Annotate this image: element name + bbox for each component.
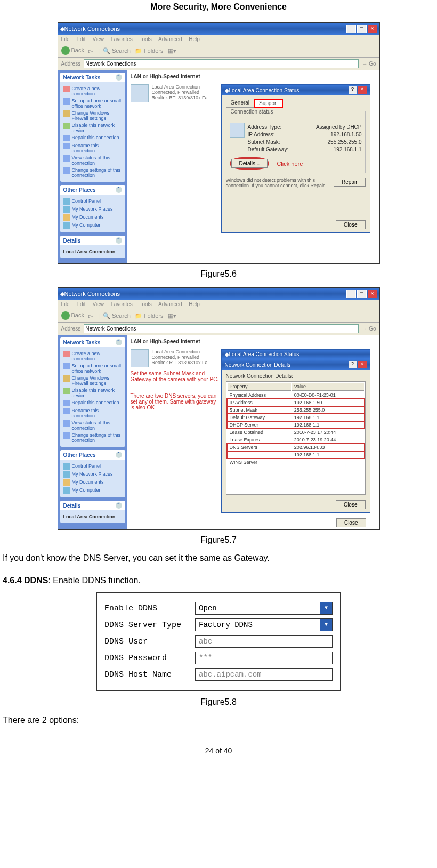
ddns-form: Enable DDNSOpen DDNS Server TypeFactory … <box>96 592 341 691</box>
collapse-icon[interactable]: ⌃ <box>116 237 122 244</box>
collapse-icon[interactable]: ⌃ <box>116 339 122 345</box>
kv-val: 192.168.1.1 <box>334 147 362 152</box>
task-item[interactable]: Change Windows Firewall settings <box>63 110 122 121</box>
figure-caption: Figure5.6 <box>3 269 434 279</box>
task-item[interactable]: Set up a home or small office network <box>63 98 122 109</box>
connection-name: Local Area Connection <box>152 349 212 355</box>
back-button[interactable]: Back <box>61 311 84 320</box>
kv-key: Address Type: <box>248 124 282 130</box>
kv-val: 192.168.1.50 <box>330 132 361 138</box>
forward-button[interactable]: ▻ <box>88 47 93 54</box>
task-item[interactable]: Rename this connection <box>63 408 122 419</box>
details-button[interactable]: Details... <box>231 159 268 168</box>
menu-tools[interactable]: Tools <box>139 301 151 307</box>
address-input[interactable] <box>84 59 359 68</box>
details-header: Details <box>63 238 81 244</box>
menu-help[interactable]: Help <box>189 36 200 42</box>
outer-close-button[interactable]: Close <box>336 518 366 527</box>
task-item[interactable]: Create a new connection <box>63 86 122 97</box>
tab-support[interactable]: Support <box>254 99 283 108</box>
options-intro-text: There are 2 options: <box>3 716 434 725</box>
menu-edit[interactable]: Edit <box>76 301 85 307</box>
address-input[interactable] <box>84 324 359 333</box>
menu-favorites[interactable]: Favorites <box>111 36 133 42</box>
connection-item[interactable]: Local Area Connection Connected, Firewal… <box>131 84 221 233</box>
close-button[interactable]: Close <box>336 220 366 229</box>
search-button[interactable]: 🔍 Search <box>103 47 131 54</box>
views-button[interactable]: ▦▾ <box>168 312 176 319</box>
views-button[interactable]: ▦▾ <box>168 47 176 54</box>
collapse-icon[interactable]: ⌃ <box>116 452 122 458</box>
task-item[interactable]: Disable this network device <box>63 388 122 398</box>
menu-view[interactable]: View <box>92 36 104 42</box>
close-button[interactable]: × <box>368 25 377 33</box>
menu-help[interactable]: Help <box>189 301 200 307</box>
help-button[interactable]: ? <box>349 361 357 368</box>
network-tasks-header: Network Tasks <box>63 340 101 345</box>
task-item[interactable]: Rename this connection <box>63 143 122 154</box>
place-item[interactable]: My Computer <box>63 487 122 494</box>
minimize-button[interactable]: _ <box>346 290 356 298</box>
task-item[interactable]: Disable this network device <box>63 123 122 133</box>
collapse-icon[interactable]: ⌃ <box>116 74 122 81</box>
details-close-button[interactable]: Close <box>336 500 366 509</box>
collapse-icon[interactable]: ⌃ <box>116 502 122 509</box>
menu-bar: File Edit View Favorites Tools Advanced … <box>58 35 379 44</box>
place-item[interactable]: My Network Places <box>63 471 122 478</box>
maximize-button[interactable]: □ <box>357 25 367 33</box>
go-button[interactable]: → Go <box>362 326 376 332</box>
search-button[interactable]: 🔍 Search <box>103 312 131 319</box>
tab-general[interactable]: General <box>226 99 255 108</box>
folders-button[interactable]: 📁 Folders <box>135 47 164 54</box>
menu-advanced[interactable]: Advanced <box>158 36 182 42</box>
place-item[interactable]: My Computer <box>63 222 122 229</box>
dns-note-text: If you don't know the DNS Server, you ca… <box>3 553 434 563</box>
address-label: Address <box>61 61 81 67</box>
task-item[interactable]: Set up a home or small office network <box>63 363 122 374</box>
menu-view[interactable]: View <box>92 301 104 307</box>
val-cell: 192.168.1.1 <box>292 452 364 458</box>
menu-edit[interactable]: Edit <box>76 36 85 42</box>
task-item[interactable]: View status of this connection <box>63 420 122 431</box>
menu-file[interactable]: File <box>61 36 70 42</box>
place-item[interactable]: Control Panel <box>63 198 122 205</box>
ddns-user-input[interactable]: abc <box>195 635 333 648</box>
task-item[interactable]: Change settings of this connection <box>63 432 122 443</box>
place-item[interactable]: Control Panel <box>63 463 122 470</box>
ddns-server-type-select[interactable]: Factory DDNS <box>195 618 333 631</box>
other-places-header: Other Places <box>63 452 96 458</box>
enable-ddns-select[interactable]: Open <box>195 602 333 615</box>
menu-tools[interactable]: Tools <box>139 36 151 42</box>
prop-cell: DNS Servers <box>228 444 291 451</box>
go-button[interactable]: → Go <box>362 61 376 67</box>
menu-bar: File Edit View Favorites Tools Advanced … <box>58 300 379 309</box>
status-dialog-title: Local Area Connection Status <box>229 351 300 357</box>
forward-button[interactable]: ▻ <box>88 312 93 319</box>
place-item[interactable]: My Network Places <box>63 206 122 213</box>
connection-item[interactable]: Local Area Connection Connected, Firewal… <box>131 349 221 367</box>
help-button[interactable]: ? <box>349 86 357 94</box>
minimize-button[interactable]: _ <box>346 25 356 33</box>
task-item[interactable]: View status of this connection <box>63 155 122 166</box>
status-dialog: ◆ Local Area Connection Status ? × Gener… <box>221 84 370 233</box>
close-button[interactable]: × <box>368 290 377 298</box>
task-item[interactable]: Repair this connection <box>63 400 122 406</box>
place-item[interactable]: My Documents <box>63 479 122 486</box>
dialog-close-button[interactable]: × <box>358 361 367 368</box>
repair-button[interactable]: Repair <box>334 178 365 187</box>
task-item[interactable]: Create a new connection <box>63 351 122 361</box>
folders-button[interactable]: 📁 Folders <box>135 312 164 319</box>
ddns-host-input[interactable]: abc.aipcam.com <box>195 668 333 681</box>
place-item[interactable]: My Documents <box>63 214 122 221</box>
collapse-icon[interactable]: ⌃ <box>116 187 122 193</box>
menu-file[interactable]: File <box>61 301 70 307</box>
maximize-button[interactable]: □ <box>357 290 367 298</box>
ddns-password-input[interactable]: *** <box>195 652 333 664</box>
back-button[interactable]: Back <box>61 46 84 55</box>
task-item[interactable]: Repair this connection <box>63 135 122 141</box>
task-item[interactable]: Change settings of this connection <box>63 167 122 178</box>
menu-advanced[interactable]: Advanced <box>158 301 182 307</box>
menu-favorites[interactable]: Favorites <box>111 301 133 307</box>
dialog-close-button[interactable]: × <box>358 86 367 94</box>
task-item[interactable]: Change Windows Firewall settings <box>63 375 122 386</box>
